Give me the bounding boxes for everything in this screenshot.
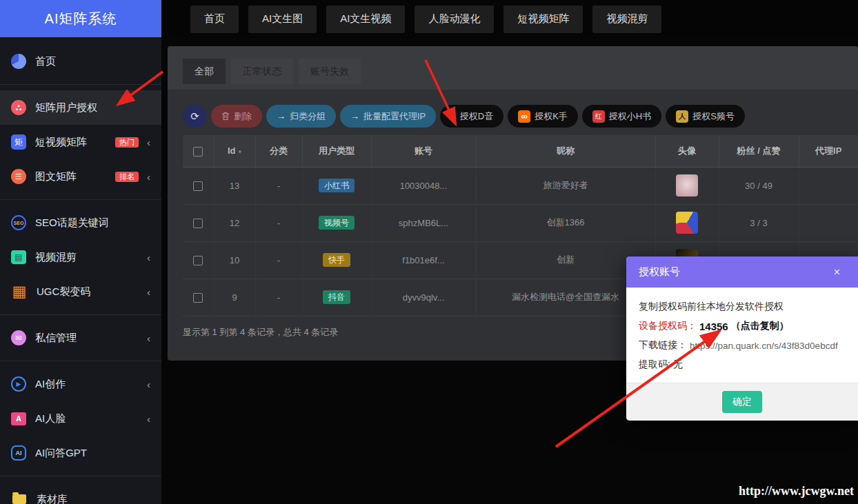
user-type-badge: 抖音 — [323, 290, 350, 304]
cell-id: 10 — [214, 241, 255, 279]
device-auth-code[interactable]: 14356 — [699, 321, 728, 332]
auth-modal: 授权账号 × 复制授权码前往本地分发软件授权 设备授权码： 14356 （点击复… — [626, 256, 858, 421]
sidebar-item-seo-keywords[interactable]: SEO SEO话题关键词 — [0, 205, 161, 240]
table-header-row: Id▾ 分类 用户类型 账号 昵称 头像 粉丝 / 点赞 代理IP — [183, 135, 858, 167]
cell-id: 13 — [214, 167, 255, 204]
filter-tab-normal[interactable]: 正常状态 — [231, 59, 293, 84]
sidebar-item-label: UGC裂变码 — [37, 285, 90, 299]
group-button-label: 归类分组 — [290, 110, 326, 123]
sidebar-item-ugc-code[interactable]: ▦ UGC裂变码 ‹ — [0, 274, 161, 309]
trash-icon — [221, 112, 230, 121]
sidebar-item-home[interactable]: 首页 — [0, 44, 161, 79]
douyin-icon: ♪ — [450, 110, 456, 122]
col-header-category: 分类 — [255, 135, 302, 167]
seo-icon: SEO — [11, 215, 26, 230]
sidebar-item-private-message[interactable]: ✉ 私信管理 ‹ — [0, 321, 161, 355]
topnav-tab-ai-text-image[interactable]: AI文生图 — [248, 6, 317, 33]
col-header-id[interactable]: Id▾ — [214, 135, 255, 167]
cell-account: 10030048... — [371, 167, 476, 204]
modal-intro-text: 复制授权码前往本地分发软件授权 — [639, 297, 846, 316]
sidebar-item-short-video-matrix[interactable]: 矩 短视频矩阵 热门 ‹ — [0, 125, 161, 159]
chevron-left-icon: ‹ — [147, 413, 150, 425]
envelope-icon: ✉ — [11, 330, 26, 345]
row-checkbox[interactable] — [193, 256, 203, 265]
auth-kuaishou-label: 授权K手 — [535, 110, 568, 123]
sidebar-item-ai-create[interactable]: ▶ AI创作 ‹ — [0, 367, 161, 401]
close-icon[interactable]: × — [834, 266, 840, 279]
col-header-nickname: 昵称 — [476, 135, 655, 167]
cell-category: - — [255, 241, 302, 279]
sidebar-item-ai-gpt[interactable]: AI AI问答GPT — [0, 436, 161, 470]
hot-badge: 热门 — [115, 137, 139, 148]
refresh-button[interactable]: ⟳ — [183, 105, 207, 128]
col-header-fans-likes: 粉丝 / 点赞 — [719, 135, 799, 167]
chevron-left-icon: ‹ — [147, 137, 150, 148]
select-all-checkbox[interactable] — [193, 147, 203, 157]
col-header-user-type: 用户类型 — [302, 135, 371, 167]
topnav-tab-short-video-matrix[interactable]: 短视频矩阵 — [503, 6, 583, 33]
extract-code-text: 提取码: 无 — [639, 355, 846, 374]
cell-nickname: 创新1366 — [476, 204, 655, 241]
cell-category: - — [255, 279, 302, 316]
filter-tab-invalid[interactable]: 账号失效 — [299, 59, 361, 84]
topnav-tab-face-anime[interactable]: 人脸动漫化 — [415, 6, 494, 33]
download-link[interactable]: https://pan.quark.cn/s/43f83d0ebcdf — [690, 341, 838, 351]
user-type-badge: 视频号 — [319, 216, 355, 230]
topnav-tab-ai-text-video[interactable]: AI文生视频 — [326, 6, 405, 33]
pagination-info: 显示第 1 到第 4 条记录，总共 4 条记录 — [183, 326, 338, 339]
short-video-matrix-icon: 矩 — [11, 134, 26, 150]
sidebar-item-label: 首页 — [35, 55, 56, 68]
sidebar-item-image-text-matrix[interactable]: ☰ 图文矩阵 排名 ‹ — [0, 159, 161, 194]
sidebar-separator — [0, 84, 161, 85]
delete-button[interactable]: 删除 — [211, 105, 262, 128]
sidebar-item-matrix-user-auth[interactable]: ∴ 矩阵用户授权 — [0, 90, 161, 125]
cell-proxy-ip — [799, 167, 858, 204]
cell-account: dyvv9qlv... — [371, 279, 476, 316]
filter-tabs: 全部 正常状态 账号失效 — [168, 46, 858, 90]
modal-footer: 确定 — [626, 383, 858, 421]
cell-category: - — [255, 204, 302, 241]
auth-xiaohongshu-label: 授权小H书 — [609, 110, 651, 123]
filter-tab-all[interactable]: 全部 — [183, 59, 226, 84]
confirm-button[interactable]: 确定 — [722, 391, 762, 413]
user-type-badge: 小红书 — [319, 179, 355, 192]
row-checkbox[interactable] — [193, 293, 203, 303]
copy-hint[interactable]: （点击复制） — [731, 320, 789, 332]
folder-icon — [12, 494, 26, 504]
chevron-left-icon: ‹ — [147, 379, 150, 390]
auth-douyin-button[interactable]: ♪ 授权D音 — [440, 105, 503, 128]
avatar — [676, 174, 698, 196]
col-header-account: 账号 — [371, 135, 476, 167]
sidebar-item-video-mix[interactable]: ▤ 视频混剪 ‹ — [0, 240, 161, 274]
row-checkbox[interactable] — [193, 181, 203, 191]
auth-kuaishou-button[interactable]: ∞ 授权K手 — [508, 105, 578, 128]
sidebar-separator — [0, 476, 161, 476]
topnav-tab-video-mix[interactable]: 视频混剪 — [592, 6, 661, 33]
ai-gpt-icon: AI — [11, 445, 26, 461]
sidebar-item-label: SEO话题关键词 — [35, 216, 109, 230]
ai-create-icon: ▶ — [11, 376, 26, 392]
group-button[interactable]: → 归类分组 — [266, 105, 336, 128]
row-checkbox[interactable] — [193, 219, 203, 228]
auth-douyin-label: 授权D音 — [460, 110, 493, 123]
auth-xiaohongshu-button[interactable]: 红 授权小H书 — [582, 105, 661, 128]
chevron-left-icon: ‹ — [147, 252, 150, 263]
user-auth-icon: ∴ — [11, 100, 26, 115]
cell-proxy-ip — [799, 204, 858, 241]
sidebar-item-label: 矩阵用户授权 — [35, 101, 97, 114]
table-row: 12 - 视频号 sphzMB6L... 创新1366 3 / 3 — [183, 204, 858, 241]
sidebar-separator — [0, 314, 161, 315]
sidebar-separator — [0, 361, 161, 361]
table-row: 13 - 小红书 10030048... 旅游爱好者 30 / 49 — [183, 167, 858, 204]
sidebar-item-ai-face[interactable]: A AI人脸 ‹ — [0, 401, 161, 436]
batch-proxy-button[interactable]: → 批量配置代理IP — [340, 105, 436, 128]
shipinhao-icon: 人 — [676, 110, 688, 123]
arrow-right-icon: → — [350, 111, 359, 121]
topnav-tab-home[interactable]: 首页 — [190, 6, 239, 33]
ai-face-icon: A — [11, 412, 26, 425]
app-title: AI矩阵系统 — [0, 0, 161, 37]
sidebar-item-material-library[interactable]: 素材库 — [0, 482, 161, 504]
modal-title: 授权账号 — [639, 265, 680, 279]
auth-shipinhao-button[interactable]: 人 授权S频号 — [666, 105, 745, 128]
download-link-label: 下载链接： — [639, 339, 687, 352]
